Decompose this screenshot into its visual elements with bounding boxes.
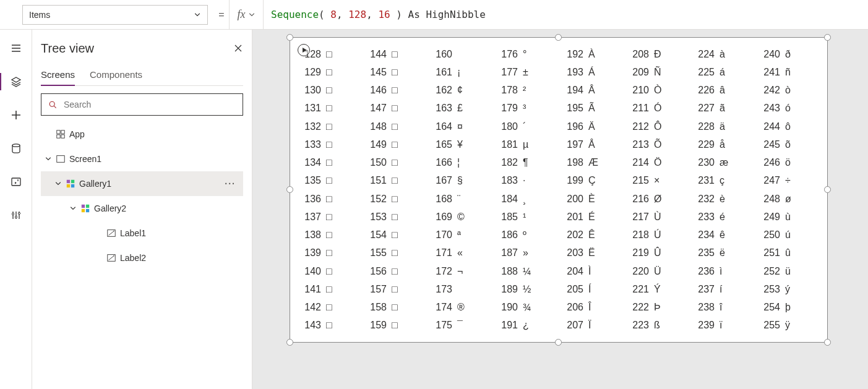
char-glyph: §: [452, 175, 468, 186]
resize-handle[interactable]: [824, 339, 831, 346]
char-glyph: ¥: [452, 139, 468, 150]
insert-tab[interactable]: [6, 105, 26, 125]
char-glyph: á: [715, 67, 731, 78]
gallery-column: 160 161¡162¢163£164¤165¥166¦167§168¨169©…: [429, 45, 494, 335]
canvas[interactable]: 128□129□130□131□132□133□134□135□136□137□…: [252, 30, 868, 389]
char-glyph: □: [321, 229, 337, 241]
resize-handle[interactable]: [286, 34, 293, 41]
char-glyph: »: [518, 247, 534, 259]
search-input[interactable]: [62, 99, 236, 110]
char-cell: 149□: [363, 135, 429, 153]
formula-input[interactable]: Sequence( 8, 128, 16 ) As HighNibble: [264, 9, 863, 20]
more-icon[interactable]: ···: [225, 179, 236, 189]
char-code: 235: [691, 247, 715, 259]
char-code: 136: [298, 194, 321, 205]
char-glyph: Ñ: [649, 67, 665, 78]
gallery-column: 240ð241ñ242ò243ó244ô245õ246ö247÷248ø249ù…: [757, 45, 822, 335]
char-cell: 182¶: [494, 154, 560, 172]
hamburger-button[interactable]: [6, 38, 26, 58]
char-glyph: ½: [518, 284, 534, 295]
char-glyph: □: [321, 194, 337, 205]
char-glyph: □: [321, 212, 337, 223]
tree-title: Tree view: [41, 41, 94, 56]
resize-handle[interactable]: [824, 34, 831, 41]
char-code: 172: [429, 266, 452, 277]
char-cell: 240ð: [757, 45, 822, 63]
char-glyph: â: [715, 85, 731, 96]
tree-node-screen1[interactable]: Screen1: [41, 147, 243, 171]
tree-node-gallery1[interactable]: Gallery1···: [41, 171, 243, 196]
char-cell: 172¬: [429, 262, 494, 280]
gallery-control[interactable]: 128□129□130□131□132□133□134□135□136□137□…: [290, 37, 828, 343]
property-select[interactable]: Items: [22, 5, 208, 25]
char-cell: 170ª: [429, 226, 494, 244]
char-glyph: □: [387, 194, 403, 205]
char-cell: 251û: [757, 244, 822, 262]
advanced-tab[interactable]: [6, 205, 26, 225]
char-cell: 185¹: [494, 208, 560, 226]
char-cell: 133□: [298, 135, 363, 153]
char-cell: 242ò: [757, 82, 822, 100]
resize-handle[interactable]: [824, 186, 831, 193]
char-cell: 193Á: [560, 63, 625, 81]
gallery-play-icon[interactable]: [298, 44, 310, 56]
char-cell: 158□: [363, 299, 429, 317]
char-glyph: □: [387, 121, 403, 132]
char-glyph: É: [583, 212, 599, 223]
char-code: 213: [625, 139, 649, 150]
char-glyph: ¹: [518, 212, 534, 223]
char-cell: 221Ý: [625, 280, 691, 298]
char-glyph: ô: [780, 121, 796, 132]
resize-handle[interactable]: [555, 34, 562, 41]
tree-view-tab[interactable]: [6, 72, 26, 92]
char-code: 248: [757, 194, 780, 205]
tree-node-label2[interactable]: Label2: [41, 246, 243, 270]
char-cell: 225á: [691, 63, 757, 81]
char-glyph: è: [715, 194, 731, 205]
resize-handle[interactable]: [286, 186, 293, 193]
tree-node-label1[interactable]: Label1: [41, 221, 243, 246]
label-icon: [106, 253, 116, 263]
char-glyph: □: [387, 103, 403, 114]
char-code: 245: [757, 139, 780, 150]
char-cell: 189½: [494, 280, 560, 298]
char-code: 230: [691, 157, 715, 168]
char-code: 216: [625, 194, 649, 205]
resize-handle[interactable]: [286, 339, 293, 346]
tab-components[interactable]: Components: [90, 64, 142, 85]
app-icon: [56, 129, 66, 139]
tree-node-app[interactable]: App: [41, 122, 243, 147]
close-icon[interactable]: [233, 43, 243, 53]
char-cell: 215×: [625, 172, 691, 190]
char-glyph: º: [518, 229, 534, 241]
char-glyph: □: [321, 103, 337, 114]
char-code: 159: [363, 320, 387, 331]
char-cell: 190¾: [494, 299, 560, 317]
char-glyph: Ø: [649, 194, 665, 205]
char-glyph: ë: [715, 247, 731, 259]
char-code: 198: [560, 157, 583, 168]
char-cell: 208Đ: [625, 45, 691, 63]
tree-node-gallery2[interactable]: Gallery2: [41, 196, 243, 221]
char-cell: 249ù: [757, 208, 822, 226]
data-tab[interactable]: [6, 139, 26, 158]
char-code: 212: [625, 121, 649, 132]
char-cell: 228ä: [691, 118, 757, 135]
media-tab[interactable]: [6, 172, 26, 192]
gallery-column: 176°177±178²179³180´181µ182¶183·184¸185¹…: [494, 45, 560, 335]
search-box[interactable]: [41, 93, 243, 116]
char-code: 170: [429, 229, 452, 241]
char-cell: 217Ù: [625, 208, 691, 226]
char-code: 223: [625, 320, 649, 331]
fx-button[interactable]: fx: [229, 0, 264, 30]
char-cell: 205Í: [560, 280, 625, 298]
tab-screens[interactable]: Screens: [41, 64, 75, 86]
char-cell: 247÷: [757, 172, 822, 190]
char-cell: 157□: [363, 280, 429, 298]
char-code: 166: [429, 157, 452, 168]
resize-handle[interactable]: [555, 339, 562, 346]
screen-icon: [56, 154, 66, 164]
char-glyph: ð: [780, 49, 796, 60]
char-cell: 160: [429, 45, 494, 63]
char-glyph: ×: [649, 175, 665, 186]
